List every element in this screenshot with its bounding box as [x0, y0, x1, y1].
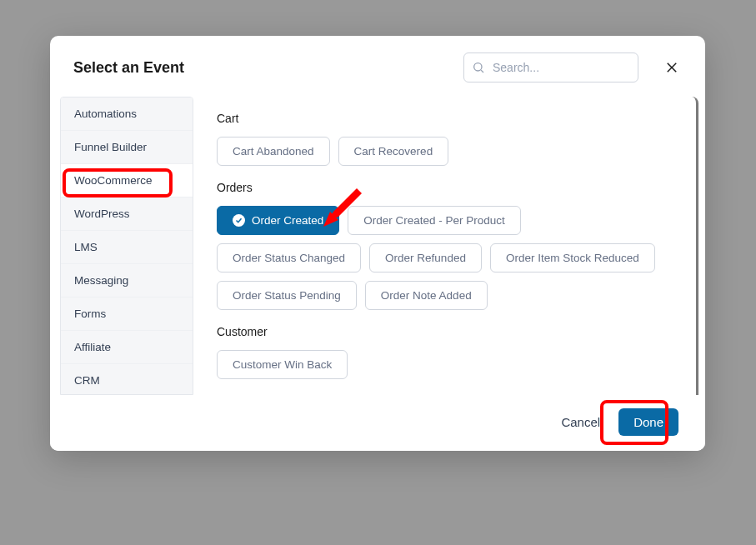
- event-order-created[interactable]: Order Created: [217, 206, 339, 235]
- sidebar-item-woocommerce[interactable]: WooCommerce: [61, 164, 193, 198]
- svg-point-0: [474, 63, 482, 71]
- sidebar-item-forms[interactable]: Forms: [61, 298, 193, 331]
- event-label: Cart Recovered: [354, 145, 433, 158]
- sidebar-item-affiliate[interactable]: Affiliate: [61, 331, 193, 364]
- sidebar-item-funnel-builder[interactable]: Funnel Builder: [61, 131, 193, 164]
- cancel-button[interactable]: Cancel: [561, 415, 600, 429]
- section-title-cart: Cart: [217, 112, 673, 125]
- sidebar-item-automations[interactable]: Automations: [61, 98, 193, 131]
- sidebar-item-messaging[interactable]: Messaging: [61, 264, 193, 298]
- event-cart-recovered[interactable]: Cart Recovered: [338, 137, 449, 166]
- event-label: Cart Abandoned: [233, 145, 314, 158]
- sidebar-item-lms[interactable]: LMS: [61, 231, 193, 264]
- event-customer-win-back[interactable]: Customer Win Back: [217, 350, 348, 379]
- event-label: Order Note Added: [381, 289, 472, 302]
- event-order-status-pending[interactable]: Order Status Pending: [217, 281, 357, 310]
- sidebar-item-crm[interactable]: CRM: [61, 364, 193, 395]
- event-order-created-per-product[interactable]: Order Created - Per Product: [348, 206, 521, 235]
- section-title-customer: Customer: [217, 325, 673, 338]
- section-title-orders: Orders: [217, 181, 673, 194]
- check-icon: [233, 214, 245, 227]
- sidebar: AutomationsFunnel BuilderWooCommerceWord…: [60, 97, 193, 395]
- search-input[interactable]: [463, 52, 638, 82]
- event-label: Customer Win Back: [233, 358, 332, 371]
- modal-header: Select an Event: [50, 36, 705, 96]
- event-label: Order Status Pending: [233, 289, 341, 302]
- event-order-note-added[interactable]: Order Note Added: [365, 281, 488, 310]
- event-label: Order Status Changed: [233, 252, 345, 264]
- event-order-refunded[interactable]: Order Refunded: [369, 243, 482, 272]
- svg-line-1: [481, 70, 483, 72]
- event-label: Order Item Stock Reduced: [506, 252, 639, 264]
- search-wrap: [463, 52, 638, 82]
- search-icon: [472, 61, 485, 74]
- close-button[interactable]: [662, 58, 682, 78]
- done-button[interactable]: Done: [618, 408, 678, 436]
- modal-body: AutomationsFunnel BuilderWooCommerceWord…: [50, 96, 705, 395]
- event-order-status-changed[interactable]: Order Status Changed: [217, 243, 361, 272]
- event-cart-abandoned[interactable]: Cart Abandoned: [217, 137, 330, 166]
- section-orders-events: Order CreatedOrder Created - Per Product…: [217, 206, 673, 310]
- modal-title: Select an Event: [73, 59, 453, 77]
- event-order-item-stock-reduced[interactable]: Order Item Stock Reduced: [490, 243, 655, 272]
- modal-footer: Cancel Done: [50, 395, 705, 451]
- event-label: Order Created: [252, 214, 323, 227]
- sidebar-item-wordpress[interactable]: WordPress: [61, 198, 193, 231]
- section-cart-events: Cart AbandonedCart Recovered: [217, 137, 673, 166]
- section-customer-events: Customer Win Back: [217, 350, 673, 379]
- select-event-modal: Select an Event AutomationsFunnel Builde…: [50, 36, 705, 451]
- event-label: Order Refunded: [385, 252, 466, 264]
- event-list: CartCart AbandonedCart RecoveredOrdersOr…: [193, 97, 698, 395]
- event-label: Order Created - Per Product: [363, 214, 505, 227]
